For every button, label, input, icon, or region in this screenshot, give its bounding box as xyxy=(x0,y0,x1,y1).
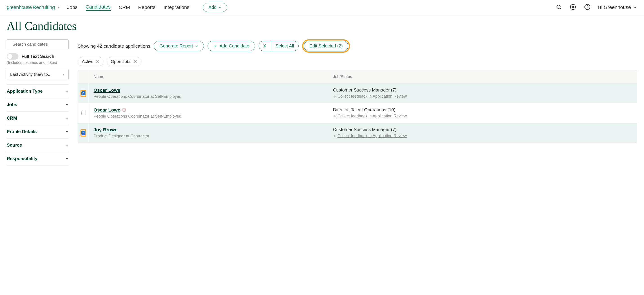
search-input[interactable] xyxy=(12,42,66,47)
job-cell: Customer Success Manager (7) Collect fee… xyxy=(328,84,637,103)
showing-prefix: Showing xyxy=(78,44,97,48)
svg-line-1 xyxy=(560,8,561,9)
table-row: Oscar Lowe! People Operations Coordinato… xyxy=(78,103,637,123)
main-content: Showing 42 candidate applications Genera… xyxy=(78,39,637,166)
close-icon[interactable]: ✕ xyxy=(134,59,137,64)
full-text-label: Full Text Search xyxy=(22,54,54,59)
edit-selected-button[interactable]: Edit Selected (2) xyxy=(304,41,348,51)
chevron-down-icon xyxy=(66,90,68,93)
nav-candidates[interactable]: Candidates xyxy=(86,4,111,11)
search-icon xyxy=(556,4,562,10)
name-cell: Oscar Lowe! People Operations Coordinato… xyxy=(89,103,328,123)
full-text-toggle[interactable] xyxy=(7,53,18,60)
candidate-name-link[interactable]: Oscar Lowe! xyxy=(94,107,126,113)
table-row: Joy Brown Product Designer at Contractor… xyxy=(78,123,637,142)
filter-jobs[interactable]: Jobs xyxy=(7,98,68,111)
name-cell: Oscar Lowe People Operations Coordinator… xyxy=(89,84,328,103)
clear-selection-button[interactable]: X xyxy=(259,41,271,51)
checkbox-wrap xyxy=(80,129,86,136)
nav-jobs[interactable]: Jobs xyxy=(67,4,77,10)
add-button-label: Add xyxy=(208,5,216,10)
arrow-down-icon xyxy=(333,115,336,118)
search-candidates-box[interactable] xyxy=(7,39,68,49)
status-link[interactable]: Collect feedback in Application Review xyxy=(338,134,407,138)
candidate-name-link[interactable]: Oscar Lowe xyxy=(94,88,120,93)
chip-label: Open Jobs xyxy=(111,59,132,64)
name-cell: Joy Brown Product Designer at Contractor xyxy=(89,123,328,142)
gear-icon xyxy=(570,4,576,10)
job-cell: Customer Success Manager (7) Collect fee… xyxy=(328,123,637,142)
header-job: Job/Status xyxy=(328,70,637,83)
job-status: Collect feedback in Application Review xyxy=(333,134,632,138)
warning-icon: ! xyxy=(122,108,126,112)
select-all-button[interactable]: Select All xyxy=(271,41,298,51)
nav-crm[interactable]: CRM xyxy=(119,4,130,10)
job-title: Customer Success Manager (7) xyxy=(333,127,632,132)
greeting-text: Hi Greenhouse xyxy=(598,4,631,10)
status-link[interactable]: Collect feedback in Application Review xyxy=(338,114,407,118)
sort-select-label: Last Activity (new to... xyxy=(10,72,52,77)
generate-report-label: Generate Report xyxy=(160,44,193,48)
row-checkbox[interactable] xyxy=(82,131,86,135)
count: 42 xyxy=(97,44,102,48)
arrow-down-icon xyxy=(333,134,336,138)
chip-active[interactable]: Active ✕ xyxy=(78,57,104,66)
filter-label: Responsibility xyxy=(7,156,38,161)
row-checkbox[interactable] xyxy=(82,111,86,115)
edit-selected-highlight: Edit Selected (2) xyxy=(302,39,350,52)
filter-source[interactable]: Source xyxy=(7,138,68,152)
toolbar: Showing 42 candidate applications Genera… xyxy=(78,39,637,52)
add-candidate-label: Add Candidate xyxy=(220,44,249,48)
add-button[interactable]: Add xyxy=(203,3,227,12)
row-checkbox-cell xyxy=(78,123,89,142)
header-name: Name xyxy=(89,70,328,83)
nav-reports[interactable]: Reports xyxy=(138,4,156,10)
candidate-name-link[interactable]: Joy Brown xyxy=(94,127,118,132)
candidate-subtitle: People Operations Coordinator at Self-Em… xyxy=(94,94,324,99)
candidate-subtitle: People Operations Coordinator at Self-Em… xyxy=(94,114,324,119)
filter-label: Jobs xyxy=(7,102,17,107)
header-checkbox-col xyxy=(78,70,89,83)
close-icon[interactable]: ✕ xyxy=(96,59,99,64)
logo[interactable]: greenhouse Recruiting xyxy=(7,4,60,10)
checkbox-wrap xyxy=(80,90,86,97)
filter-responsibility[interactable]: Responsibility xyxy=(7,152,68,166)
chevron-down-icon xyxy=(218,6,222,9)
candidate-subtitle: Product Designer at Contractor xyxy=(94,134,324,138)
chevron-down-icon xyxy=(66,103,68,106)
checkbox-wrap xyxy=(82,110,86,117)
chevron-down-icon xyxy=(195,44,198,48)
status-link[interactable]: Collect feedback in Application Review xyxy=(338,94,407,99)
showing-count: Showing 42 candidate applications xyxy=(78,44,150,49)
table-row: Oscar Lowe People Operations Coordinator… xyxy=(78,84,637,103)
search-icon-button[interactable] xyxy=(555,3,562,12)
job-cell: Director, Talent Operations (10) Collect… xyxy=(328,103,637,123)
settings-button[interactable] xyxy=(569,3,577,12)
select-group: X Select All xyxy=(258,41,299,51)
add-candidate-button[interactable]: Add Candidate xyxy=(208,41,255,51)
filter-crm[interactable]: CRM xyxy=(7,111,68,125)
nav-integrations[interactable]: Integrations xyxy=(164,4,189,10)
candidates-table: Name Job/Status Oscar Lowe People Operat… xyxy=(78,70,637,143)
filter-profile-details[interactable]: Profile Details xyxy=(7,125,68,138)
chevron-down-icon xyxy=(66,157,68,160)
row-checkbox[interactable] xyxy=(82,91,86,95)
filter-application-type[interactable]: Application Type xyxy=(7,84,68,98)
edit-selected-label: Edit Selected (2) xyxy=(310,44,343,48)
generate-report-button[interactable]: Generate Report xyxy=(154,41,204,51)
sort-select[interactable]: Last Activity (new to... xyxy=(7,69,68,80)
sidebar: Full Text Search (Includes resumes and n… xyxy=(7,39,68,166)
filter-label: Application Type xyxy=(7,88,43,94)
chip-open-jobs[interactable]: Open Jobs ✕ xyxy=(106,57,142,66)
user-greeting[interactable]: Hi Greenhouse xyxy=(598,4,637,10)
header-right: Hi Greenhouse xyxy=(555,3,637,12)
plus-icon xyxy=(213,44,217,48)
chip-label: Active xyxy=(82,59,94,64)
job-status: Collect feedback in Application Review xyxy=(333,114,632,118)
job-title: Director, Talent Operations (10) xyxy=(333,107,632,112)
table-header: Name Job/Status xyxy=(78,70,637,84)
row-checkbox-cell xyxy=(78,103,89,123)
chevron-down-icon xyxy=(66,144,68,147)
help-button[interactable] xyxy=(583,3,592,12)
chevron-down-icon xyxy=(66,117,68,120)
